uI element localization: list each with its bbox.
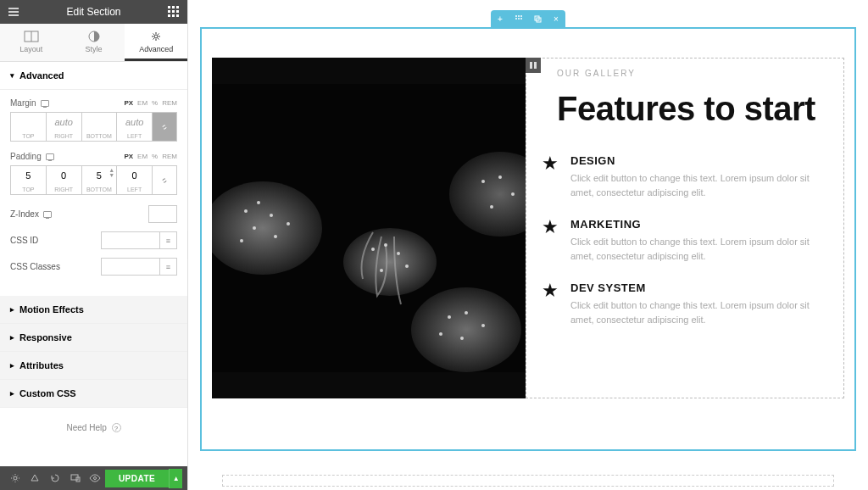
accordion-motion-effects[interactable]: Motion Effects	[0, 296, 187, 324]
preview-icon[interactable]	[85, 470, 105, 487]
dim-right: RIGHT	[47, 185, 81, 194]
svg-point-28	[343, 228, 437, 296]
navigator-icon[interactable]	[25, 470, 46, 487]
svg-point-45	[490, 205, 493, 209]
margin-left-input[interactable]	[117, 113, 152, 131]
device-icon[interactable]	[41, 100, 49, 107]
unit-pct[interactable]: %	[152, 153, 158, 160]
unit-em[interactable]: EM	[137, 99, 147, 107]
padding-link-button[interactable]	[152, 165, 177, 195]
section-frame[interactable]: OUR GALLERY Features to start ★ DESIGN C…	[200, 27, 856, 451]
margin-right-input[interactable]	[47, 113, 81, 131]
tab-advanced[interactable]: Advanced	[125, 24, 187, 61]
section-edit-button[interactable]	[509, 10, 528, 27]
handle-icon	[515, 14, 523, 23]
padding-right-input[interactable]	[47, 166, 81, 185]
tab-advanced-label: Advanced	[139, 45, 173, 53]
feature-desc[interactable]: Click edit button to change this text. L…	[570, 235, 828, 263]
cssid-input[interactable]	[101, 231, 160, 249]
padding-control: Padding PX EM % REM TOP RIGHT ▲▼BOTTOM L…	[10, 152, 177, 195]
svg-point-38	[384, 243, 387, 247]
update-caret-button[interactable]: ▲	[169, 469, 182, 488]
cssclasses-dynamic-button[interactable]: ≡	[160, 258, 177, 276]
accordion-custom-css[interactable]: Custom CSS	[0, 380, 187, 408]
svg-rect-3	[168, 10, 170, 13]
unit-pct[interactable]: %	[152, 99, 158, 107]
tab-style[interactable]: Style	[63, 24, 125, 61]
image-column[interactable]	[212, 58, 526, 398]
svg-point-32	[270, 214, 273, 217]
need-help-label: Need Help	[66, 423, 106, 432]
margin-bottom-input[interactable]	[82, 113, 117, 131]
cssclasses-label: CSS Classes	[10, 262, 60, 271]
svg-point-19	[520, 15, 522, 17]
margin-control: Margin PX EM % REM TOP RIGHT BOTTOM LEFT	[10, 98, 177, 142]
dim-bottom: BOTTOM	[82, 185, 117, 194]
need-help-link[interactable]: Need Help ?	[0, 408, 187, 448]
device-icon[interactable]	[43, 211, 52, 218]
unit-rem[interactable]: REM	[162, 153, 177, 160]
eyebrow-text[interactable]: OUR GALLERY	[557, 69, 828, 78]
apps-icon[interactable]	[167, 5, 181, 19]
svg-point-33	[253, 226, 256, 230]
accordion-advanced[interactable]: Advanced	[0, 62, 187, 90]
update-button[interactable]: UPDATE	[105, 470, 169, 487]
feature-title[interactable]: DESIGN	[570, 154, 828, 167]
feature-item[interactable]: ★ MARKETING Click edit button to change …	[542, 218, 828, 263]
cssid-dynamic-button[interactable]: ≡	[160, 231, 177, 249]
tab-layout[interactable]: Layout	[0, 24, 63, 61]
menu-icon[interactable]	[7, 5, 20, 19]
svg-point-46	[448, 315, 451, 319]
svg-point-37	[371, 248, 375, 251]
padding-left-input[interactable]	[117, 166, 152, 185]
unit-px[interactable]: PX	[124, 153, 133, 160]
unit-em[interactable]: EM	[137, 153, 147, 160]
cssclasses-input[interactable]	[101, 258, 160, 276]
svg-rect-5	[176, 10, 179, 13]
feature-item[interactable]: ★ DESIGN Click edit button to change thi…	[542, 154, 828, 199]
unit-rem[interactable]: REM	[162, 99, 177, 107]
content-column[interactable]: OUR GALLERY Features to start ★ DESIGN C…	[526, 58, 844, 398]
zindex-input[interactable]	[148, 205, 177, 223]
copy-icon	[534, 15, 542, 23]
svg-point-29	[411, 287, 521, 372]
history-icon[interactable]	[45, 470, 65, 487]
feature-desc[interactable]: Click edit button to change this text. L…	[570, 171, 828, 199]
section-delete-button[interactable]: ×	[547, 10, 565, 27]
svg-point-12	[154, 35, 158, 38]
responsive-icon[interactable]	[65, 470, 86, 487]
device-icon[interactable]	[46, 153, 54, 160]
feature-title[interactable]: MARKETING	[570, 218, 828, 231]
accordion-motion-label: Motion Effects	[19, 304, 84, 315]
accordion-attributes[interactable]: Attributes	[0, 352, 187, 380]
padding-top-input[interactable]	[11, 166, 46, 185]
headline-text[interactable]: Features to start	[557, 90, 828, 127]
svg-point-34	[274, 235, 277, 238]
margin-top-input[interactable]	[11, 113, 46, 131]
feature-title[interactable]: DEV SYSTEM	[570, 281, 828, 294]
settings-icon[interactable]	[5, 470, 25, 487]
column-handle[interactable]	[526, 58, 541, 73]
editor-canvas[interactable]: + ×	[188, 0, 868, 490]
add-section-area[interactable]	[222, 475, 834, 487]
section-duplicate-button[interactable]	[528, 10, 547, 27]
dim-left: LEFT	[117, 185, 152, 194]
image-widget[interactable]	[212, 58, 526, 398]
zindex-label: Z-Index	[10, 209, 39, 219]
feature-item[interactable]: ★ DEV SYSTEM Click edit button to change…	[542, 281, 828, 326]
stepper-icon[interactable]: ▲▼	[108, 168, 114, 178]
margin-link-button[interactable]	[152, 112, 177, 142]
svg-rect-4	[172, 10, 175, 13]
section-add-button[interactable]: +	[491, 10, 509, 27]
margin-units: PX EM % REM	[124, 99, 177, 107]
star-icon: ★	[542, 281, 559, 326]
feature-desc[interactable]: Click edit button to change this text. L…	[570, 298, 828, 326]
svg-point-18	[518, 15, 520, 17]
accordion-responsive[interactable]: Responsive	[0, 324, 187, 352]
margin-dims: TOP RIGHT BOTTOM LEFT	[10, 112, 177, 142]
accordion-advanced-content: Margin PX EM % REM TOP RIGHT BOTTOM LEFT	[0, 90, 187, 296]
unit-px[interactable]: PX	[124, 99, 133, 107]
column-icon	[529, 61, 537, 70]
padding-label: Padding	[10, 152, 42, 161]
svg-rect-51	[530, 62, 532, 69]
